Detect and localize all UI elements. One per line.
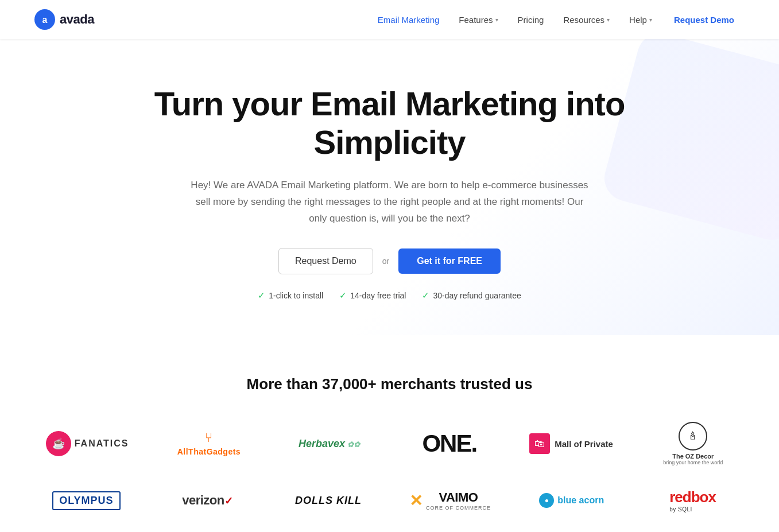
redbox-logo: redbox by SQLI xyxy=(653,488,733,512)
nav-features[interactable]: Features ▾ xyxy=(451,10,506,29)
vaimo-label: VAIMO xyxy=(426,490,491,505)
nav-pricing[interactable]: Pricing xyxy=(510,10,552,29)
redbox-by-label: by SQLI xyxy=(669,506,692,512)
hero-subtitle: Hey! We are AVADA Email Marketing platfo… xyxy=(189,177,591,227)
verizon-logo: verizon✓ xyxy=(167,493,247,508)
atg-fork-icon: ⑂ xyxy=(177,430,241,445)
request-demo-button[interactable]: Request Demo xyxy=(278,248,373,274)
dollskill-logo: DOLLS KILL xyxy=(288,495,369,507)
fanatics-label: Fanatics xyxy=(75,438,129,449)
herbavex-logo: Herbavex ✿✿ xyxy=(289,438,369,450)
logos-row-2: OLYMPUS verizon✓ DOLLS KILL ✕ VAIMO core… xyxy=(34,488,745,512)
verizon-label: verizon✓ xyxy=(182,493,232,508)
nav-request-demo[interactable]: Request Demo xyxy=(664,10,745,29)
mall-label: Mall of Private xyxy=(555,439,613,449)
ozdecor-logo: 🕯 The OZ Decor bring your home the world xyxy=(653,422,733,465)
trusted-title: More than 37,000+ merchants trusted us xyxy=(34,375,745,393)
allthatgadgets-logo: ⑂ AllThatGadgets xyxy=(169,430,249,457)
logo-text: avada xyxy=(60,12,94,27)
redbox-label: redbox xyxy=(669,488,716,506)
blueacorn-logo: ● blue acorn xyxy=(532,493,612,508)
blueacorn-label: blue acorn xyxy=(557,495,604,506)
mallofprivate-logo: 🛍 Mall of Private xyxy=(529,433,613,454)
nav-resources[interactable]: Resources ▾ xyxy=(555,10,618,29)
one-label: ONE. xyxy=(422,430,476,457)
or-divider: or xyxy=(382,257,389,266)
oz-circle-icon: 🕯 xyxy=(679,422,707,451)
dollskill-label: DOLLS KILL xyxy=(295,495,362,507)
vaimo-x-icon: ✕ xyxy=(409,491,423,510)
herbavex-label: Herbavex ✿✿ xyxy=(299,438,360,450)
check-refund: ✓ 30-day refund guarantee xyxy=(422,290,521,301)
check-trial: ✓ 14-day free trial xyxy=(339,290,406,301)
atg-label: AllThatGadgets xyxy=(177,447,241,456)
logos-row-1: ☕ Fanatics ⑂ AllThatGadgets Herbavex ✿✿ … xyxy=(34,422,745,465)
hero-buttons: Request Demo or Get it for FREE xyxy=(23,248,756,274)
fanatics-logo: ☕ Fanatics xyxy=(46,431,129,456)
resources-chevron-icon: ▾ xyxy=(607,17,610,23)
avada-logo-icon: a xyxy=(34,9,55,30)
olympus-label: OLYMPUS xyxy=(52,491,120,510)
hero-title: Turn your Email Marketing into Simplicit… xyxy=(131,85,648,161)
olympus-logo: OLYMPUS xyxy=(46,491,126,510)
hero-content: Turn your Email Marketing into Simplicit… xyxy=(23,85,756,301)
trusted-section: More than 37,000+ merchants trusted us ☕… xyxy=(0,335,779,532)
oz-sublabel: bring your home the world xyxy=(663,460,723,465)
help-chevron-icon: ▾ xyxy=(649,17,652,23)
check-icon-trial: ✓ xyxy=(339,290,347,301)
oz-label: The OZ Decor xyxy=(663,453,723,460)
vaimo-logo: ✕ VAIMO core of commerce xyxy=(409,490,491,511)
check-icon-refund: ✓ xyxy=(422,290,429,301)
nav-email-marketing[interactable]: Email Marketing xyxy=(370,10,448,29)
check-icon-install: ✓ xyxy=(258,290,265,301)
fanatics-heart-icon: ☕ xyxy=(46,431,71,456)
logo[interactable]: a avada xyxy=(34,9,94,30)
hero-section: Turn your Email Marketing into Simplicit… xyxy=(0,39,779,335)
mall-icon-symbol: 🛍 xyxy=(529,433,550,454)
main-nav: Email Marketing Features ▾ Pricing Resou… xyxy=(370,10,745,29)
vaimo-sublabel: core of commerce xyxy=(426,505,491,511)
svg-text:a: a xyxy=(42,15,48,25)
features-chevron-icon: ▾ xyxy=(495,17,498,23)
get-free-button[interactable]: Get it for FREE xyxy=(398,248,501,274)
check-install: ✓ 1-click to install xyxy=(258,290,323,301)
one-logo: ONE. xyxy=(409,430,490,457)
header: a avada Email Marketing Features ▾ Prici… xyxy=(0,0,779,39)
blueacorn-dot-icon: ● xyxy=(539,493,554,508)
hero-checks: ✓ 1-click to install ✓ 14-day free trial… xyxy=(23,290,756,301)
nav-help[interactable]: Help ▾ xyxy=(621,10,660,29)
